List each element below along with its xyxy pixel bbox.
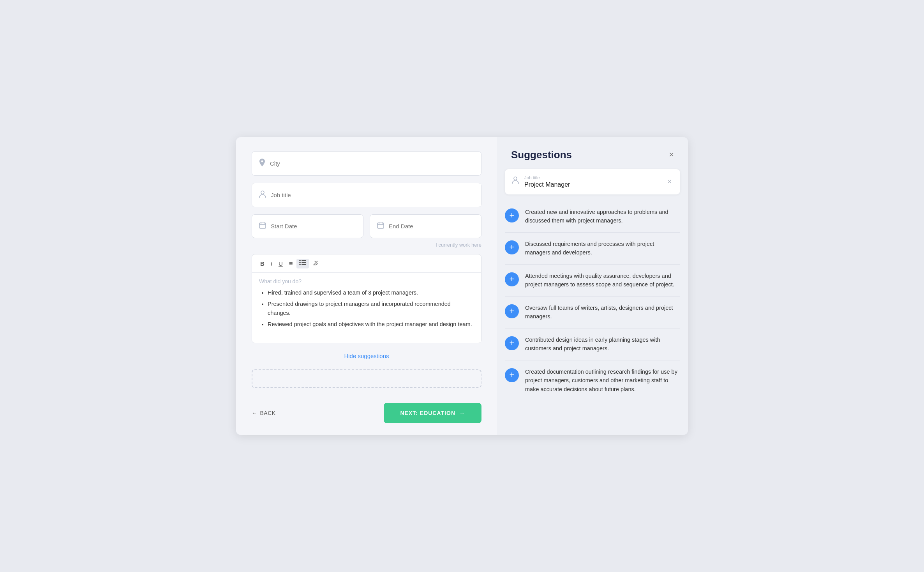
svg-rect-7: [299, 264, 301, 265]
svg-rect-5: [299, 262, 301, 263]
clear-format-button[interactable]: [310, 258, 321, 268]
rte-container: B I U ≡ What did you do? Hired, trained …: [252, 254, 481, 343]
right-panel: Suggestions × Job title Project Manager …: [497, 137, 688, 435]
job-input-box: Job title Project Manager ×: [505, 169, 680, 194]
svg-rect-2: [377, 223, 384, 228]
svg-rect-6: [302, 262, 306, 263]
jobtitle-field-group: [252, 183, 481, 207]
align-button[interactable]: ≡: [286, 259, 296, 268]
add-suggestion-icon-5[interactable]: +: [505, 368, 519, 382]
back-label: BACK: [260, 410, 276, 416]
startdate-input-wrapper[interactable]: [252, 214, 363, 238]
svg-rect-8: [302, 264, 306, 265]
italic-button[interactable]: I: [268, 259, 275, 268]
currently-work-label: I currently work here: [252, 242, 481, 248]
svg-point-9: [514, 177, 517, 180]
rte-placeholder: What did you do?: [259, 278, 474, 284]
date-row: [252, 214, 481, 238]
suggestion-item-5[interactable]: + Created documentation outlining resear…: [505, 360, 680, 401]
bottom-nav: ← BACK NEXT: EDUCATION →: [252, 399, 481, 423]
rte-toolbar: B I U ≡: [252, 254, 481, 273]
rte-content[interactable]: What did you do? Hired, trained and supe…: [252, 273, 481, 343]
suggestions-list: + Created new and innovative approaches …: [497, 201, 688, 435]
enddate-calendar-icon: [377, 222, 384, 231]
left-panel: I currently work here B I U ≡ What did y…: [236, 137, 497, 435]
add-suggestion-icon-2[interactable]: +: [505, 272, 519, 286]
suggestion-text-4: Contributed design ideas in early planni…: [525, 335, 680, 353]
suggestions-header: Suggestions ×: [497, 137, 688, 169]
job-input-value: Project Manager: [524, 181, 660, 188]
suggestion-text-1: Discussed requirements and processes wit…: [525, 240, 680, 257]
add-suggestion-icon-4[interactable]: +: [505, 336, 519, 350]
city-input-wrapper[interactable]: [252, 151, 481, 176]
arrow-right-icon: →: [459, 410, 465, 416]
job-person-icon: [512, 176, 519, 186]
next-button[interactable]: NEXT: EDUCATION →: [384, 403, 481, 423]
bold-button[interactable]: B: [257, 259, 267, 268]
suggestion-text-2: Attended meetings with quality assurance…: [525, 272, 680, 289]
bullet-item-2: Presented drawings to project managers a…: [268, 300, 474, 317]
suggestions-close-button[interactable]: ×: [666, 148, 677, 161]
suggestion-text-5: Created documentation outlining research…: [525, 367, 680, 394]
suggestion-item-1[interactable]: + Discussed requirements and processes w…: [505, 233, 680, 265]
suggestion-item-2[interactable]: + Attended meetings with quality assuran…: [505, 265, 680, 297]
svg-point-0: [261, 191, 264, 194]
enddate-input-wrapper[interactable]: [370, 214, 481, 238]
rte-bullet-list: Hired, trained and supervised a team of …: [259, 288, 474, 329]
svg-rect-1: [259, 223, 266, 228]
suggestions-title: Suggestions: [511, 149, 572, 161]
suggestion-item-0[interactable]: + Created new and innovative approaches …: [505, 201, 680, 233]
svg-rect-4: [302, 260, 306, 261]
next-label: NEXT: EDUCATION: [400, 410, 455, 416]
bullet-item-3: Reviewed project goals and objectives wi…: [268, 320, 474, 328]
back-button[interactable]: ← BACK: [252, 410, 276, 416]
arrow-left-icon: ←: [252, 410, 257, 416]
person-icon: [259, 190, 266, 200]
job-input-clear-button[interactable]: ×: [666, 178, 673, 186]
hide-suggestions-button[interactable]: Hide suggestions: [252, 353, 481, 359]
bullet-item-1: Hired, trained and supervised a team of …: [268, 288, 474, 297]
city-field-group: [252, 151, 481, 176]
startdate-input[interactable]: [271, 223, 356, 230]
city-input[interactable]: [270, 160, 474, 167]
job-input-label: Job title: [524, 175, 660, 180]
underline-button[interactable]: U: [276, 259, 286, 268]
add-section-area: [252, 369, 481, 388]
svg-rect-3: [299, 260, 301, 261]
add-suggestion-icon-3[interactable]: +: [505, 304, 519, 318]
suggestion-item-4[interactable]: + Contributed design ideas in early plan…: [505, 328, 680, 360]
location-icon: [259, 159, 265, 168]
jobtitle-input[interactable]: [271, 192, 474, 198]
add-suggestion-icon-0[interactable]: +: [505, 208, 519, 222]
add-suggestion-icon-1[interactable]: +: [505, 240, 519, 254]
enddate-input[interactable]: [389, 223, 474, 230]
job-input-inner: Job title Project Manager: [524, 175, 660, 188]
suggestion-text-0: Created new and innovative approaches to…: [525, 208, 680, 225]
suggestion-text-3: Oversaw full teams of writers, artists, …: [525, 304, 680, 321]
suggestion-item-3[interactable]: + Oversaw full teams of writers, artists…: [505, 297, 680, 328]
jobtitle-input-wrapper[interactable]: [252, 183, 481, 207]
startdate-calendar-icon: [259, 222, 266, 231]
list-button[interactable]: [296, 259, 309, 268]
